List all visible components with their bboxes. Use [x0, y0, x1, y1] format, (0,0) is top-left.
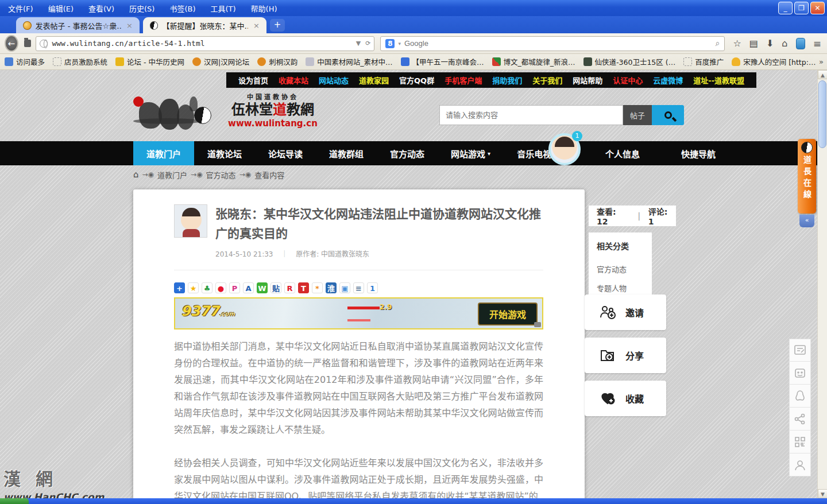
ribbon-collapse-button[interactable]: « [799, 215, 814, 227]
scrollbar-thumb[interactable] [818, 80, 826, 148]
share-copy-icon[interactable]: ▣ [339, 282, 350, 293]
feedback-note-icon[interactable] [789, 339, 811, 362]
share-jiathis-icon[interactable]: 1 [367, 282, 378, 293]
share-flower-icon[interactable]: * [312, 282, 323, 293]
link-taoist-union[interactable]: 道址--道教联盟 [688, 75, 749, 86]
qr-code-icon[interactable] [789, 431, 811, 453]
breadcrumb-portal[interactable]: 道教门户 [157, 169, 187, 180]
bookmark-most-visited[interactable]: 访问最多 [5, 56, 45, 67]
tab-close-icon[interactable]: × [125, 21, 134, 30]
site-logo[interactable]: 中国道教协会 伍林堂道教網 www.wulintang.cn [132, 92, 316, 138]
share-qzone-icon[interactable]: ★ [188, 282, 199, 293]
restore-button[interactable]: ❐ [794, 2, 809, 14]
reload-icon[interactable]: ⟳ [365, 40, 370, 47]
tab-article-active[interactable]: 【新提醒】张晓东：某中… × [143, 17, 266, 33]
link-qq-group[interactable]: 官方QQ群 [394, 75, 439, 86]
bookmark-item[interactable]: 论坛 - 中华历史网 [115, 56, 184, 67]
windows-taskbar[interactable] [0, 498, 827, 504]
bookmark-item[interactable]: 中国素材网站_素材中… [306, 56, 392, 67]
nav-portal[interactable]: 道教门户 [133, 141, 194, 165]
link-add-favorite[interactable]: 收藏本站 [273, 75, 314, 86]
link-set-homepage[interactable]: 设为首页 [233, 75, 273, 86]
url-bar[interactable]: www.wulintang.cn/article-54-1.html ▼⟳ [36, 36, 374, 51]
menu-view[interactable]: 查看(V) [88, 3, 114, 14]
close-button[interactable]: ✕ [810, 2, 825, 14]
back-button[interactable]: ← [5, 35, 18, 52]
qq-contact-icon[interactable] [789, 385, 811, 408]
vertical-scrollbar[interactable]: ▲ ▼ [817, 70, 827, 498]
notification-badge[interactable]: 1 [572, 131, 582, 141]
nav-quick-nav[interactable]: 快捷导航 [660, 141, 736, 165]
url-dropdown-icon[interactable]: ▼ [356, 40, 361, 47]
link-site-help[interactable]: 网站帮助 [567, 75, 608, 86]
home-icon[interactable]: ⌂ [133, 169, 139, 180]
menu-help[interactable]: 帮助(H) [251, 3, 277, 14]
bookmark-item[interactable]: 仙侠道-360卫士15区 (… [583, 56, 676, 67]
search-scope-select[interactable]: 帖子 [623, 105, 652, 125]
menu-edit[interactable]: 编辑(E) [48, 3, 74, 14]
share-pengyou-icon[interactable]: P [229, 282, 240, 293]
link-cert-center[interactable]: 认证中心 [608, 75, 648, 86]
site-search-button[interactable] [652, 105, 684, 125]
category-official-news[interactable]: 官方动态 [589, 259, 652, 278]
share-renren-icon[interactable]: A [243, 282, 254, 293]
downloads-icon[interactable]: ⬇ [766, 38, 774, 49]
url-text[interactable]: www.wulintang.cn/article-54-1.html [52, 39, 351, 48]
user-profile-icon[interactable] [789, 453, 811, 476]
game-ad-banner[interactable]: 9377.com 2.9 开始游戏 [174, 297, 543, 329]
bookmarks-panel-icon[interactable]: ▤ [749, 38, 758, 49]
bookmark-item[interactable]: 汉网|汉网论坛 [192, 56, 249, 67]
taoist-online-ribbon[interactable]: 道長在線 [798, 139, 816, 214]
share-clover-icon[interactable]: ♣ [202, 282, 212, 293]
bookmarks-overflow-chevron[interactable]: » [819, 57, 824, 66]
breadcrumb-official-news[interactable]: 官方动态 [206, 169, 236, 180]
bookmark-item[interactable]: 博文_都城旋律_新浪… [492, 56, 575, 67]
nav-forum[interactable]: 道教论坛 [194, 141, 255, 165]
new-tab-button[interactable]: + [270, 19, 285, 32]
share-print-icon[interactable]: ≡ [353, 282, 364, 293]
ad-camera-icon[interactable] [534, 322, 541, 327]
menu-file[interactable]: 文件(F) [8, 3, 33, 14]
nav-official-news[interactable]: 官方动态 [377, 141, 438, 165]
link-about-us[interactable]: 关于我们 [527, 75, 567, 86]
nav-groups[interactable]: 道教群组 [316, 141, 377, 165]
bookmark-star-icon[interactable]: ☆ [733, 38, 741, 49]
nav-games[interactable]: 网站游戏▾ [438, 141, 504, 165]
link-donate[interactable]: 捐助我们 [487, 75, 527, 86]
invite-button[interactable]: 邀请 [585, 294, 666, 330]
home-icon[interactable]: ⌂ [782, 38, 787, 49]
link-site-news[interactable]: 网站动态 [314, 75, 354, 86]
share-tieba-icon[interactable]: 贴 [270, 282, 281, 293]
tab-post-thread[interactable]: 发表帖子 - 事務公告☆衆… × [16, 17, 140, 33]
share-weibo-icon[interactable]: ● [215, 282, 226, 293]
site-search-input[interactable] [439, 105, 623, 125]
share-button[interactable]: 分享 [585, 338, 666, 373]
robot-helper-icon[interactable] [789, 362, 811, 385]
bookmark-item[interactable]: 百度推广 [683, 56, 724, 67]
nav-personal-info[interactable]: 个人信息 [585, 141, 660, 165]
scroll-up-arrow-icon[interactable]: ▲ [818, 70, 827, 79]
menu-bookmarks[interactable]: 书签(B) [169, 3, 195, 14]
app-icon[interactable] [796, 38, 805, 49]
share-more-icon[interactable]: + [174, 282, 185, 293]
share-huai-icon[interactable]: 淮 [326, 282, 337, 293]
share-wechat-icon[interactable]: W [257, 282, 268, 293]
web-search-input[interactable] [404, 39, 712, 48]
folder-icon[interactable] [24, 40, 32, 47]
link-weibo[interactable]: 云虚微博 [648, 75, 688, 86]
start-button-fragment[interactable] [0, 498, 29, 504]
tab-close-icon[interactable]: × [252, 21, 261, 30]
menu-tools[interactable]: 工具(T) [211, 3, 236, 14]
menu-history[interactable]: 历史(S) [129, 3, 154, 14]
web-search-bar[interactable]: 8 ▾ ⌕ [380, 36, 725, 51]
hamburger-menu-icon[interactable]: ≡ [813, 38, 821, 49]
bookmark-item[interactable]: 刺桐汉韵 [257, 56, 297, 67]
search-engine-caret-icon[interactable]: ▾ [398, 41, 401, 46]
link-taoism-home[interactable]: 道教家园 [354, 75, 394, 86]
search-magnifier-icon[interactable]: ⌕ [716, 38, 720, 48]
nav-forum-digest[interactable]: 论坛导读 [255, 141, 316, 165]
bookmark-item[interactable]: 【甲午五一南京峰会… [401, 56, 484, 67]
share-nodes-icon[interactable] [789, 408, 811, 431]
link-mobile-client[interactable]: 手机客户端 [439, 75, 487, 86]
share-tencent-weibo-icon[interactable]: T [298, 282, 309, 293]
